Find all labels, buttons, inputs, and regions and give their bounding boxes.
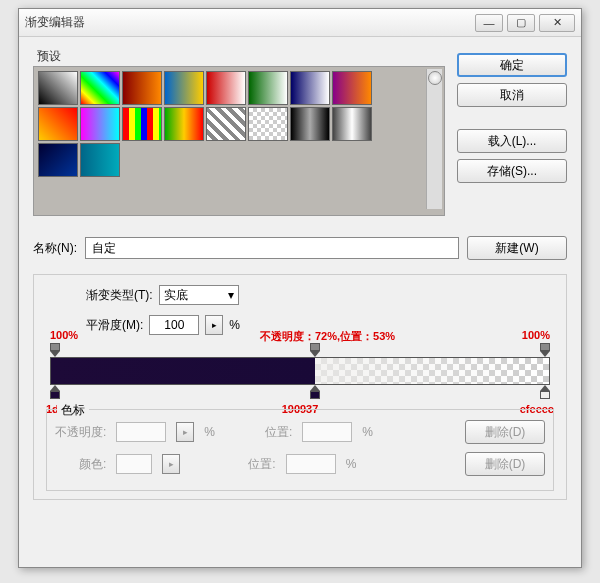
load-button[interactable]: 载入(L)... [457, 129, 567, 153]
smoothness-input[interactable] [149, 315, 199, 335]
maximize-button[interactable]: ▢ [507, 14, 535, 32]
anno-mid-info: 不透明度：72%,位置：53% [260, 329, 395, 344]
position-field-1[interactable] [302, 422, 352, 442]
gradient-bar-area: 100% 不透明度：72%,位置：53% 100% 1d0a38 190937 … [50, 357, 550, 385]
gradient-editor-window: 渐变编辑器 — ▢ ✕ 预设 确定 取消 载入(L)... [18, 8, 582, 568]
preset-swatch[interactable] [164, 71, 204, 105]
ok-button[interactable]: 确定 [457, 53, 567, 77]
delete-opacity-stop-button[interactable]: 删除(D) [465, 420, 545, 444]
chevron-down-icon: ▾ [228, 288, 234, 302]
percent-unit-3: % [346, 457, 357, 471]
preset-swatch[interactable] [164, 107, 204, 141]
preset-swatch[interactable] [248, 107, 288, 141]
preset-swatch[interactable] [332, 107, 372, 141]
cancel-button[interactable]: 取消 [457, 83, 567, 107]
anno-left-opacity: 100% [50, 329, 78, 341]
opacity-stepper[interactable]: ▸ [176, 422, 194, 442]
position-field-label: 位置: [265, 424, 292, 441]
percent-label: % [229, 318, 240, 332]
stops-legend: 色标 [57, 402, 89, 419]
opacity-stop-left[interactable] [49, 343, 61, 357]
smoothness-stepper[interactable]: ▸ [205, 315, 223, 335]
preset-swatch[interactable] [80, 107, 120, 141]
color-stop-mid[interactable] [309, 385, 321, 399]
presets-scrollbar[interactable] [426, 69, 442, 209]
preset-swatch[interactable] [38, 71, 78, 105]
percent-unit: % [204, 425, 215, 439]
window-title: 渐变编辑器 [25, 14, 475, 31]
save-button[interactable]: 存储(S)... [457, 159, 567, 183]
color-swatch[interactable] [116, 454, 152, 474]
opacity-stop-right[interactable] [539, 343, 551, 357]
new-button[interactable]: 新建(W) [467, 236, 567, 260]
preset-swatch[interactable] [80, 143, 120, 177]
preset-swatch[interactable] [248, 71, 288, 105]
gradient-type-select[interactable]: 实底 ▾ [159, 285, 239, 305]
position-field-label-2: 位置: [248, 456, 275, 473]
name-input[interactable] [85, 237, 459, 259]
presets-panel [33, 66, 445, 216]
preset-swatch[interactable] [38, 143, 78, 177]
anno-right-opacity: 100% [522, 329, 550, 341]
percent-unit-2: % [362, 425, 373, 439]
opacity-field[interactable] [116, 422, 166, 442]
preset-swatch[interactable] [290, 107, 330, 141]
opacity-field-label: 不透明度: [55, 424, 106, 441]
preset-swatch[interactable] [290, 71, 330, 105]
preset-swatch[interactable] [122, 107, 162, 141]
window-controls: — ▢ ✕ [475, 14, 575, 32]
close-button[interactable]: ✕ [539, 14, 575, 32]
color-stop-right[interactable] [539, 385, 551, 399]
preset-swatch[interactable] [206, 107, 246, 141]
color-picker-icon[interactable]: ▸ [162, 454, 180, 474]
preset-swatch[interactable] [206, 71, 246, 105]
name-label: 名称(N): [33, 240, 77, 257]
preset-swatch[interactable] [80, 71, 120, 105]
presets-menu-icon[interactable] [428, 71, 442, 85]
preset-swatch[interactable] [332, 71, 372, 105]
position-field-2[interactable] [286, 454, 336, 474]
opacity-stop-mid[interactable] [309, 343, 321, 357]
gradient-type-label: 渐变类型(T): [86, 287, 153, 304]
gradient-type-value: 实底 [164, 287, 188, 304]
content-area: 预设 确定 取消 载入(L)... 存储(S)... 名称(N): 新建(W) [19, 37, 581, 512]
preset-swatch[interactable] [38, 107, 78, 141]
presets-label: 预设 [33, 49, 65, 63]
color-stops-fieldset: 色标 不透明度: ▸ % 位置: % 删除(D) 颜色: ▸ [46, 409, 554, 491]
titlebar: 渐变编辑器 — ▢ ✕ [19, 9, 581, 37]
delete-color-stop-button[interactable]: 删除(D) [465, 452, 545, 476]
color-field-label: 颜色: [79, 456, 106, 473]
preset-swatch[interactable] [122, 71, 162, 105]
gradient-preview-bar[interactable] [50, 357, 550, 385]
smoothness-label: 平滑度(M): [86, 317, 143, 334]
gradient-settings-panel: 渐变类型(T): 实底 ▾ 平滑度(M): ▸ % 100% 不透明度：72%,… [33, 274, 567, 500]
color-stop-left[interactable] [49, 385, 61, 399]
minimize-button[interactable]: — [475, 14, 503, 32]
